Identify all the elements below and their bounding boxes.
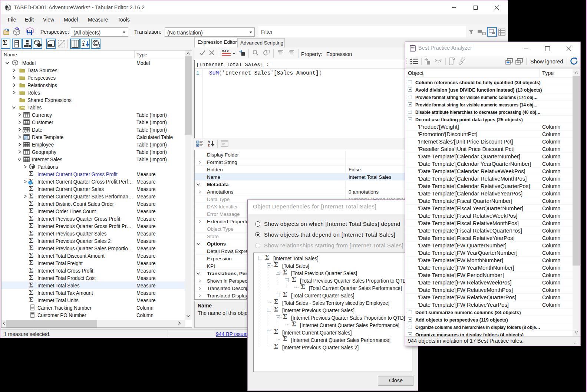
svg-text:fx: fx: [24, 136, 27, 140]
svg-text:?: ?: [29, 181, 31, 185]
